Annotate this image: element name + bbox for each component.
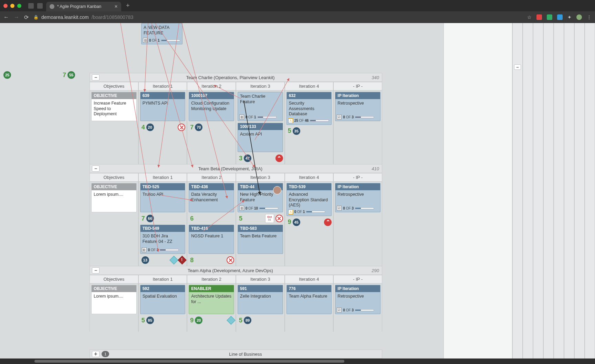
lane-column[interactable]: TBD-436Data Veracity Enhancement6TBD-416… — [187, 182, 236, 266]
kanban-card[interactable]: IP IterationRetrospective☑0 OF 3 — [335, 183, 380, 212]
collapsed-lane[interactable] — [564, 23, 574, 358]
column-header[interactable]: Objectives — [90, 275, 138, 283]
expand-icon[interactable]: − — [514, 64, 521, 70]
window-controls[interactable] — [3, 4, 21, 8]
extension-icon[interactable] — [547, 14, 552, 20]
extension-icon[interactable] — [28, 3, 34, 9]
kanban-card[interactable]: TBD-436Data Veracity Enhancement — [189, 183, 234, 212]
column-header[interactable]: Iteration 3 — [236, 82, 285, 90]
count-badge[interactable]: 85 — [146, 317, 154, 324]
collapsed-lane[interactable] — [533, 23, 543, 358]
column-header[interactable]: Iteration 4 — [285, 275, 334, 283]
extension-icon[interactable] — [37, 3, 43, 9]
collapsed-lane[interactable] — [523, 23, 533, 358]
lane-header[interactable]: − Team Charlie (Operations, Planview Lea… — [90, 73, 382, 82]
expand-up-icon[interactable]: ⌃ — [324, 218, 332, 226]
kanban-card[interactable]: OBJECTIVELorem ipsum.... — [91, 183, 137, 212]
kanban-card[interactable]: IP IterationRetrospective☑0 OF 3 — [335, 92, 380, 121]
profile-avatar-icon[interactable] — [576, 14, 582, 20]
count-badge[interactable]: 20 — [195, 317, 202, 324]
lane-column[interactable]: OBJECTIVEIncrease Feature Speed to Deplo… — [90, 90, 138, 164]
kanban-card[interactable]: TBD-549310 BDH Jira Feature 04 - ZZ▥0 OF… — [140, 225, 186, 254]
lane-column[interactable]: Team Charlie Feature▥0 OF 11000133Acxiom… — [236, 90, 285, 164]
column-header[interactable]: Iteration 1 — [138, 173, 187, 182]
kanban-card[interactable]: 639PYMNTS API — [140, 92, 186, 121]
kanban-card[interactable]: IP IterationRetrospective☑0 OF 3 — [335, 285, 380, 314]
collapse-icon[interactable]: − — [92, 74, 100, 81]
lane-column[interactable]: OBJECTIVELorem ipsum.... — [90, 283, 138, 332]
lane-column[interactable]: 632Security Assessments Database⚠25 OF 4… — [285, 90, 334, 164]
collapsed-swimlane[interactable]: + 1 Line of Business — [90, 350, 382, 358]
close-tab-icon[interactable]: ✕ — [114, 4, 118, 9]
minimize-window-icon[interactable] — [10, 4, 14, 8]
lane-column[interactable]: 591Zelle Integration589 — [236, 283, 285, 332]
count-badge[interactable]: 66 — [146, 215, 154, 222]
browser-tab[interactable]: * Agile Program Kanban ✕ — [46, 2, 121, 11]
column-header[interactable]: Iteration 4 — [285, 82, 334, 90]
column-header[interactable]: Objectives — [90, 82, 138, 90]
back-button[interactable]: ← — [3, 14, 9, 20]
count-badge[interactable]: 35 — [293, 127, 300, 135]
partial-card[interactable]: A NEW DATA FEATURE ▥0 OF 1 — [141, 23, 182, 44]
lane-column[interactable]: 776Team Alpha Feature — [285, 283, 334, 332]
kanban-card[interactable]: 1000107Cloud Configuration Monitoring Up… — [189, 92, 234, 121]
column-header[interactable]: Iteration 1 — [138, 275, 187, 283]
column-header[interactable]: Iteration 2 — [187, 275, 236, 283]
forward-button[interactable]: → — [14, 14, 19, 20]
column-header[interactable]: Iteration 3 — [236, 275, 285, 283]
column-header[interactable]: Iteration 2 — [187, 173, 236, 182]
address-bar[interactable]: 🔒 demoarea.leankit.com/board/1085800783 — [33, 14, 522, 20]
collapsed-lane[interactable] — [543, 23, 554, 358]
column-header[interactable]: Objectives — [90, 173, 138, 182]
count-badge[interactable]: 89 — [244, 317, 251, 324]
lane-column[interactable]: IP IterationRetrospective☑0 OF 3 — [333, 283, 382, 332]
horizontal-scrollbar[interactable] — [0, 358, 595, 364]
column-header[interactable]: Iteration 2 — [187, 82, 236, 90]
lane-header[interactable]: − Team Alpha (Development, Azure DevOps)… — [90, 266, 382, 275]
blocked-icon[interactable]: ✕ — [178, 124, 185, 131]
menu-icon[interactable]: ⋮ — [587, 14, 592, 20]
collapse-icon[interactable]: − — [92, 165, 100, 172]
collapsed-lane[interactable]: − — [512, 23, 523, 358]
count-badge[interactable]: 70 — [195, 124, 202, 131]
extension-icon[interactable] — [557, 14, 563, 20]
count-badge[interactable]: 13 — [142, 256, 149, 264]
collapsed-lane[interactable] — [585, 23, 595, 358]
lane-column[interactable]: 639PYMNTS API420✕ — [138, 90, 187, 164]
lane-column[interactable]: IP IterationRetrospective☑0 OF 3 — [333, 90, 382, 164]
reload-button[interactable]: ⟳ — [24, 14, 29, 21]
kanban-card[interactable]: TBD-416NGSD Feature 1 — [189, 225, 234, 254]
kanban-card[interactable]: 591Zelle Integration — [238, 285, 283, 314]
kanban-card[interactable]: 592Spatial Evaluation — [140, 285, 186, 314]
lane-column[interactable]: 1000107Cloud Configuration Monitoring Up… — [187, 90, 236, 164]
count-badge[interactable]: 45 — [293, 218, 300, 226]
new-tab-button[interactable]: + — [126, 2, 130, 9]
extension-icon[interactable] — [536, 14, 542, 20]
kanban-card[interactable]: OBJECTIVEIncrease Feature Speed to Deplo… — [91, 92, 137, 121]
bookmark-icon[interactable]: ☆ — [527, 14, 532, 20]
collapsed-lane[interactable] — [554, 23, 564, 358]
column-header[interactable]: - IP - — [333, 82, 382, 90]
kanban-card[interactable]: Team Charlie Feature▥0 OF 1 — [238, 92, 283, 121]
kanban-card[interactable]: 1000133Acxiom API — [238, 123, 283, 152]
extensions-icon[interactable]: ✦ — [567, 14, 572, 20]
lane-column[interactable]: TBD-525Trulioo API766TBD-549310 BDH Jira… — [138, 182, 187, 266]
count-badge[interactable]: 20 — [146, 124, 154, 131]
lane-column[interactable]: TBD-44New High Priority Feature▥0 OF 105… — [236, 182, 285, 266]
lane-column[interactable]: 592Spatial Evaluation585 — [138, 283, 187, 332]
column-header[interactable]: Iteration 4 — [285, 173, 334, 182]
collapse-icon[interactable]: − — [92, 267, 100, 274]
avatar[interactable] — [273, 186, 281, 194]
kanban-card[interactable]: TBD-525Trulioo API — [140, 183, 186, 212]
count-badge[interactable]: 47 — [244, 154, 251, 162]
kanban-card[interactable]: TBD-539Advanced Encryption Standard (AES… — [286, 183, 332, 216]
kanban-card[interactable]: TBD-44New High Priority Feature▥0 OF 10 — [238, 183, 283, 212]
lane-column[interactable]: IP IterationRetrospective☑0 OF 3 — [333, 182, 382, 266]
lane-column[interactable]: OBJECTIVELorem ipsum.... — [90, 182, 138, 266]
kanban-card[interactable]: 632Security Assessments Database⚠25 OF 4… — [286, 92, 332, 125]
blocked-icon[interactable]: ✕ — [227, 256, 234, 264]
kanban-card[interactable]: 776Team Alpha Feature — [286, 285, 332, 314]
lane-header[interactable]: − Team Beta (Development, JIRA) 410 — [90, 164, 382, 173]
column-header[interactable]: - IP - — [333, 275, 382, 283]
expand-icon[interactable]: + — [92, 351, 100, 357]
